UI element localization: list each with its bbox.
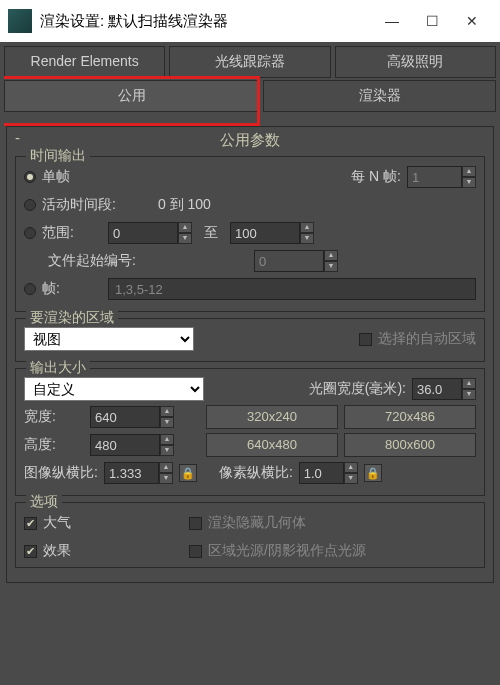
preset-320x240[interactable]: 320x240 xyxy=(206,405,338,429)
radio-single-frame[interactable] xyxy=(24,171,36,183)
radio-frames[interactable] xyxy=(24,283,36,295)
radio-active-segment[interactable] xyxy=(24,199,36,211)
lock-img-aspect-icon[interactable]: 🔒 xyxy=(179,464,197,482)
group-options: 选项 xyxy=(26,493,62,511)
label-file-start: 文件起始编号: xyxy=(48,252,248,270)
spinner-img-aspect[interactable]: ▲▼ xyxy=(104,462,173,484)
close-button[interactable]: ✕ xyxy=(452,6,492,36)
spinner-pix-aspect[interactable]: ▲▼ xyxy=(299,462,358,484)
label-single-frame: 单帧 xyxy=(42,168,70,186)
group-area: 要渲染的区域 xyxy=(26,309,118,327)
label-auto-region: 选择的自动区域 xyxy=(378,330,476,348)
label-pix-aspect: 像素纵横比: xyxy=(219,464,293,482)
preset-800x600[interactable]: 800x600 xyxy=(344,433,476,457)
checkbox-area-lights[interactable] xyxy=(189,545,202,558)
input-frames[interactable] xyxy=(108,278,476,300)
tab-advanced-lighting[interactable]: 高级照明 xyxy=(335,46,496,78)
collapse-icon[interactable]: - xyxy=(15,129,20,146)
spinner-height[interactable]: ▲▼ xyxy=(90,434,174,456)
label-width: 宽度: xyxy=(24,408,84,426)
label-aperture: 光圈宽度(毫米): xyxy=(309,380,406,398)
spinner-aperture[interactable]: ▲▼ xyxy=(412,378,476,400)
label-effects: 效果 xyxy=(43,542,183,560)
label-every-n: 每 N 帧: xyxy=(351,168,401,186)
label-range-to: 至 xyxy=(204,224,218,242)
group-time-output: 时间输出 xyxy=(26,147,90,165)
maximize-button[interactable]: ☐ xyxy=(412,6,452,36)
group-output-size: 输出大小 xyxy=(26,359,90,377)
window-title: 渲染设置: 默认扫描线渲染器 xyxy=(40,12,372,31)
checkbox-atmosphere[interactable] xyxy=(24,517,37,530)
label-area-lights: 区域光源/阴影视作点光源 xyxy=(208,542,366,560)
minimize-button[interactable]: — xyxy=(372,6,412,36)
radio-range[interactable] xyxy=(24,227,36,239)
dropdown-area[interactable]: 视图 xyxy=(24,327,194,351)
label-render-hidden: 渲染隐藏几何体 xyxy=(208,514,306,532)
panel-title: 公用参数 xyxy=(220,131,280,148)
spinner-range-from[interactable]: ▲▼ xyxy=(108,222,192,244)
tab-render-elements[interactable]: Render Elements xyxy=(4,46,165,78)
spinner-every-n[interactable]: ▲▼ xyxy=(407,166,476,188)
label-img-aspect: 图像纵横比: xyxy=(24,464,98,482)
label-height: 高度: xyxy=(24,436,84,454)
label-active-segment: 活动时间段: xyxy=(42,196,116,214)
preset-720x486[interactable]: 720x486 xyxy=(344,405,476,429)
spinner-file-start[interactable]: ▲▼ xyxy=(254,250,338,272)
tab-raytracer[interactable]: 光线跟踪器 xyxy=(169,46,330,78)
checkbox-render-hidden[interactable] xyxy=(189,517,202,530)
tab-renderer[interactable]: 渲染器 xyxy=(263,80,496,112)
app-icon xyxy=(8,9,32,33)
preset-640x480[interactable]: 640x480 xyxy=(206,433,338,457)
checkbox-effects[interactable] xyxy=(24,545,37,558)
spinner-width[interactable]: ▲▼ xyxy=(90,406,174,428)
lock-pix-aspect-icon[interactable]: 🔒 xyxy=(364,464,382,482)
label-range: 范围: xyxy=(42,224,102,242)
label-frames: 帧: xyxy=(42,280,102,298)
tab-common[interactable]: 公用 xyxy=(4,80,259,112)
label-active-range: 0 到 100 xyxy=(158,196,211,214)
checkbox-auto-region[interactable] xyxy=(359,333,372,346)
dropdown-output-size[interactable]: 自定义 xyxy=(24,377,204,401)
spinner-range-to[interactable]: ▲▼ xyxy=(230,222,314,244)
label-atmosphere: 大气 xyxy=(43,514,183,532)
